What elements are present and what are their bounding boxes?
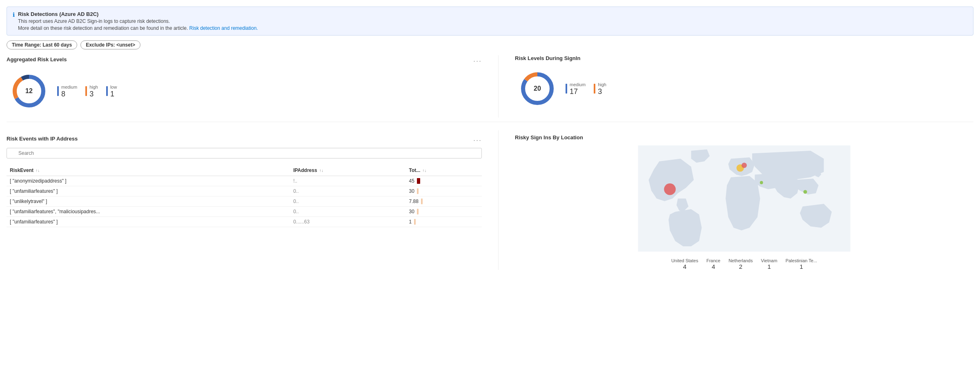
signin-legend-medium-text: medium 17 [570,81,586,96]
signin-legend-medium-bar [566,84,567,94]
signin-donut: 20 [519,70,556,107]
section-divider [7,122,973,122]
table-row: [ "unfamiliarfeatures" ] 0......63 1 [7,217,482,227]
legend-high-text: high 3 [89,84,98,98]
risk-signin-title: Risk Levels During SignIn [515,55,580,61]
map-legend-item: Vietnam 1 [761,258,777,270]
table-row: [ "anonymizedipaddress" ] !.. 45 [7,176,482,186]
aggregated-donut-total: 12 [25,87,33,95]
risk-events-dots[interactable]: ... [473,134,482,143]
map-legend-item: France 4 [706,258,720,270]
signin-legend-high-value: 3 [598,87,606,96]
legend-medium: medium 8 [57,84,77,98]
filter-bar: Time Range: Last 60 days Exclude IPs: <u… [7,40,973,49]
map-legend-country: Vietnam [761,258,777,263]
risk-events-title: Risk Events with IP Address [7,136,78,142]
table-row: [ "unfamiliarfeatures" ] 0.. 30 [7,186,482,196]
bubble-us [664,183,676,195]
map-legend-country: France [706,258,720,263]
banner-content: Risk Detections (Azure AD B2C) This repo… [18,11,258,31]
map-legend-country: United States [671,258,698,263]
map-legend-item: Palestinian Te... 1 [786,258,817,270]
world-map-svg [515,145,973,252]
map-legend-value: 2 [728,263,753,270]
aggregated-risk-panel: Aggregated Risk Levels ... 12 [7,55,482,118]
risk-signin-legend: medium 17 high 3 [566,81,606,96]
risky-signins-title: Risky Sign Ins By Location [515,134,583,141]
risky-signins-header: Risky Sign Ins By Location [515,134,973,141]
aggregated-risk-legend: medium 8 high 3 low [57,84,117,98]
search-input[interactable] [7,148,482,158]
table-body: [ "anonymizedipaddress" ] !.. 45 [ "unfa… [7,176,482,227]
table-row: [ "unlikelytravel" ] 0.. 7.88 [7,196,482,207]
aggregated-risk-title: Aggregated Risk Levels [7,56,67,62]
legend-high: high 3 [85,84,98,98]
col-total: Tot... ↑↓ [405,165,482,176]
aggregated-risk-dots[interactable]: ... [473,55,482,64]
legend-medium-label: medium [61,85,77,89]
aggregated-risk-chart-area: 12 medium 8 high 3 [7,69,482,118]
top-row: Aggregated Risk Levels ... 12 [7,55,973,118]
map-legend-value: 4 [706,263,720,270]
time-range-filter[interactable]: Time Range: Last 60 days [7,40,77,49]
risk-events-table: RiskEvent ↑↓ IPAddress ↑↓ Tot... ↑↓ [ "a… [7,165,482,227]
map-legend-value: 1 [786,263,817,270]
world-map [515,145,973,252]
cell-ip: !.. [290,176,405,186]
cell-total: 7.88 [405,196,482,207]
bubble-netherlands [742,163,747,168]
legend-low-label: low [110,85,117,89]
map-legend-item: Netherlands 2 [728,258,753,270]
legend-high-label: high [89,85,98,89]
search-wrapper: 🔍 [7,148,482,162]
legend-low-bar [106,86,108,96]
col-ip: IPAddress ↑↓ [290,165,405,176]
cell-ip: 0......63 [290,217,405,227]
legend-medium-text: medium 8 [61,84,77,98]
signin-legend-high: high 3 [594,81,606,96]
signin-legend-high-bar [594,84,595,94]
cell-risk-event: [ "unfamiliarfeatures" ] [7,186,290,196]
banner-line2: More detail on these risk detection and … [18,25,258,31]
cell-risk-event: [ "unlikelytravel" ] [7,196,290,207]
risky-signins-section: Risky Sign Ins By Location [498,130,973,270]
signin-legend-medium: medium 17 [566,81,586,96]
cell-ip: 0.. [290,196,405,207]
risk-events-section: Risk Events with IP Address ... 🔍 RiskEv… [7,134,482,270]
cell-total: 30 [405,207,482,217]
bubble-palestine [760,181,763,184]
legend-low-text: low 1 [110,84,117,98]
map-legend: United States 4 France 4 Netherlands 2 V… [515,258,973,270]
cell-risk-event: [ "anonymizedipaddress" ] [7,176,290,186]
table-header: RiskEvent ↑↓ IPAddress ↑↓ Tot... ↑↓ [7,165,482,176]
risk-signin-panel: Risk Levels During SignIn 20 [498,55,973,118]
cell-ip: 0.. [290,186,405,196]
aggregated-risk-header: Aggregated Risk Levels ... [7,55,482,64]
col-risk-event: RiskEvent ↑↓ [7,165,290,176]
cell-risk-event: [ "unfamiliarfeatures" ] [7,217,290,227]
aggregated-donut: 12 [11,73,47,109]
signin-legend-medium-value: 17 [570,87,586,96]
page: ℹ Risk Detections (Azure AD B2C) This re… [0,0,980,277]
legend-medium-bar [57,86,59,96]
risk-signin-chart-area: 20 medium 17 high 3 [515,66,973,115]
risk-detection-link[interactable]: Risk detection and remediation. [189,25,258,31]
legend-low-value: 1 [110,90,117,98]
map-legend-country: Palestinian Te... [786,258,817,263]
bubble-vietnam [803,190,807,194]
cell-risk-event: [ "unfamiliarfeatures", "maliciousipadre… [7,207,290,217]
cell-total: 30 [405,186,482,196]
map-legend-value: 1 [761,263,777,270]
legend-high-bar [85,86,87,96]
bottom-row: Risk Events with IP Address ... 🔍 RiskEv… [7,130,973,270]
risk-events-header: Risk Events with IP Address ... [7,134,482,143]
cell-total: 45 [405,176,482,186]
info-icon: ℹ [13,11,15,18]
signin-legend-high-label: high [598,82,606,87]
legend-medium-value: 8 [61,90,77,98]
exclude-ips-filter[interactable]: Exclude IPs: <unset> [80,40,140,49]
risk-signin-header: Risk Levels During SignIn [515,55,973,61]
legend-high-value: 3 [89,90,98,98]
legend-low: low 1 [106,84,117,98]
banner-title: Risk Detections (Azure AD B2C) [18,11,258,17]
